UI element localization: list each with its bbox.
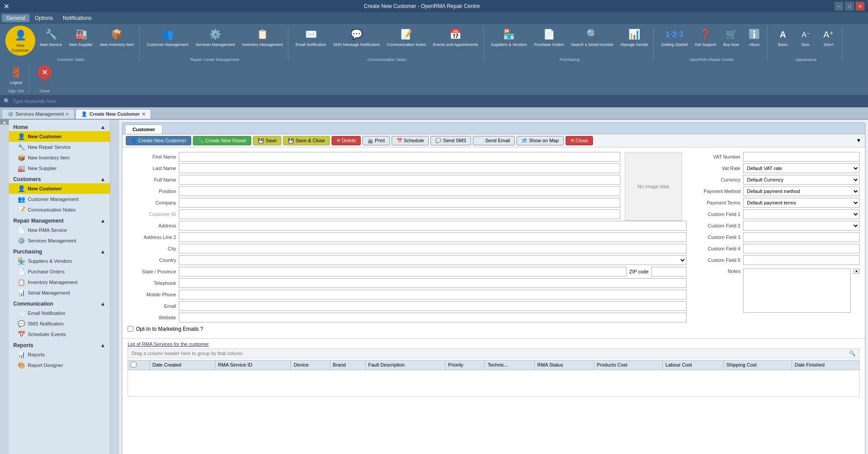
tab-services-management[interactable]: ⚙️ Services Management ✕ <box>2 109 75 119</box>
save-btn[interactable]: 💾 Save <box>253 136 281 145</box>
full-name-input[interactable] <box>179 175 620 185</box>
sidebar-item-inventory-management[interactable]: 📋 Inventory Management <box>9 277 110 288</box>
sms-notification-button[interactable]: 💬 SMS Message Notification <box>331 26 383 49</box>
new-service-button[interactable]: 🔧 New Service <box>37 26 65 49</box>
logout-button[interactable]: 🚪 Logout <box>5 64 26 87</box>
menu-options[interactable]: Options <box>30 14 57 22</box>
rma-col-checkbox[interactable] <box>128 360 150 370</box>
panel-tab-customer[interactable]: Customer <box>125 125 162 134</box>
maximize-button[interactable]: □ <box>845 2 854 11</box>
sidebar-item-new-inventory[interactable]: 📦 New Inventory Item <box>9 152 110 163</box>
window-controls[interactable]: ─ □ ✕ <box>834 2 864 11</box>
basic-button[interactable]: A Basic <box>772 26 793 49</box>
exit-button[interactable]: ✕ Exit <box>34 64 55 87</box>
schedule-btn[interactable]: 📅 Schedule <box>392 136 429 145</box>
about-button[interactable]: ℹ️ About <box>743 26 765 49</box>
sidebar-item-suppliers-vendors[interactable]: 🏪 Suppliers & Vendors <box>9 256 110 266</box>
address2-input[interactable] <box>179 232 687 242</box>
sidebar-scroll-up[interactable]: ▲ <box>0 120 9 125</box>
first-name-input[interactable] <box>179 152 620 162</box>
custom2-select[interactable] <box>743 221 860 231</box>
purchase-orders-button[interactable]: 📄 Purchase Orders <box>532 26 567 49</box>
sidebar-section-home[interactable]: Home ▲ <box>9 121 110 131</box>
rma-search-icon[interactable]: 🔍 <box>849 350 856 356</box>
send-sms-btn[interactable]: 💬 Send SMS <box>430 136 471 145</box>
sidebar-item-purchase-orders[interactable]: 📄 Purchase Orders <box>9 266 110 277</box>
services-management-tab-close[interactable]: ✕ <box>65 112 69 117</box>
menu-notifications[interactable]: Notifications <box>58 14 96 22</box>
save-close-btn[interactable]: 💾 Save & Close <box>283 136 330 145</box>
sidebar-item-customer-management[interactable]: 👥 Customer Management <box>9 194 110 204</box>
email-notification-button[interactable]: ✉️ Email Notification <box>293 26 329 49</box>
rma-col-priority[interactable]: Priority <box>445 360 484 370</box>
manage-serials-button[interactable]: 📊 Manage Serials <box>618 26 651 49</box>
notes-textarea[interactable] <box>743 269 851 313</box>
payment-method-select[interactable]: Default payment method <box>743 186 860 196</box>
close-panel-btn[interactable]: ✕ Close <box>566 136 593 145</box>
currency-select[interactable]: Default Currency <box>743 175 860 185</box>
rma-select-all[interactable] <box>131 362 136 367</box>
last-name-input[interactable] <box>179 163 620 173</box>
sidebar-section-purchasing[interactable]: Purchasing ▲ <box>9 246 110 256</box>
services-management-button[interactable]: ⚙️ Services Management <box>193 26 238 49</box>
sidebar-item-new-repair[interactable]: 🔧 New Repair Service <box>9 142 110 152</box>
sidebar-item-customers-new[interactable]: 👤 New Customer <box>9 183 110 194</box>
inventory-management-button[interactable]: 📋 Inventory Management <box>239 26 285 49</box>
rma-col-fault[interactable]: Fault Description <box>366 360 445 370</box>
sidebar-item-reports[interactable]: 📊 Reports <box>9 349 110 360</box>
print-btn[interactable]: 🖨️ Print <box>362 136 390 145</box>
get-support-button[interactable]: ❓ Get Support <box>692 26 719 49</box>
minimize-button[interactable]: ─ <box>834 2 843 11</box>
create-new-repair-btn[interactable]: 🔧 Create New Repair <box>193 136 252 145</box>
rma-col-date-finished[interactable]: Date Finished <box>792 360 859 370</box>
sidebar-item-new-rma[interactable]: 📄 New RMA Service <box>9 225 110 235</box>
zip-input[interactable] <box>651 267 687 276</box>
country-select[interactable] <box>179 255 687 265</box>
position-input[interactable] <box>179 186 620 196</box>
rma-col-products-cost[interactable]: Products Cost <box>594 360 662 370</box>
rma-col-labour-cost[interactable]: Labour Cost <box>663 360 724 370</box>
sidebar-section-communication[interactable]: Communication ▲ <box>9 298 110 308</box>
sidebar-item-email-notification[interactable]: ✉️ Email Notification <box>9 308 110 318</box>
rma-col-status[interactable]: RMA Status <box>535 360 594 370</box>
sidebar-section-reports[interactable]: Reports ▲ <box>9 340 110 349</box>
communication-notes-button[interactable]: 📝 Communication Notes <box>384 26 429 49</box>
size-plus-button[interactable]: A⁺ Size+ <box>818 26 839 49</box>
menu-general[interactable]: General <box>2 14 30 22</box>
notes-scroll-up[interactable]: ▲ <box>853 269 860 274</box>
tab-create-new-customer[interactable]: 👤 Create New Customer ✕ <box>75 109 151 119</box>
sidebar-item-services-management[interactable]: ⚙️ Services Management <box>9 235 110 246</box>
custom1-select[interactable] <box>743 209 860 219</box>
company-input[interactable] <box>179 198 620 208</box>
mobile-input[interactable] <box>179 290 687 299</box>
telephone-input[interactable] <box>179 278 687 288</box>
customer-management-button[interactable]: 👥 Customer Management <box>144 26 191 49</box>
website-input[interactable] <box>179 313 687 322</box>
vat-number-input[interactable] <box>743 152 860 162</box>
sidebar-item-new-supplier[interactable]: 🏭 New Supplier <box>9 163 110 174</box>
city-input[interactable] <box>179 244 687 253</box>
payment-terms-select[interactable]: Default payment terms <box>743 198 860 208</box>
rma-col-date-created[interactable]: Date Created <box>150 360 215 370</box>
create-customer-tab-close[interactable]: ✕ <box>142 112 145 117</box>
email-input[interactable] <box>179 301 687 311</box>
sidebar-item-comm-notes[interactable]: 📝 Communication Notes <box>9 204 110 215</box>
sidebar-item-scheduler-events[interactable]: 📅 Scheduler Events <box>9 329 110 340</box>
new-customer-button[interactable]: 👤 New Customer <box>5 26 35 56</box>
buy-now-button[interactable]: 🛒 Buy Now <box>721 26 742 49</box>
custom5-input[interactable] <box>743 255 860 265</box>
rma-col-service-id[interactable]: RMA Service ID <box>215 360 291 370</box>
new-supplier-button[interactable]: 🏭 New Supplier <box>67 26 96 49</box>
close-window-button[interactable]: ✕ <box>856 2 864 11</box>
address-input[interactable] <box>179 221 687 231</box>
vat-rate-select[interactable]: Default VAT rate <box>743 163 860 173</box>
rma-col-shipping-cost[interactable]: Shipping Cost <box>724 360 792 370</box>
send-email-btn[interactable]: ✉️ Send Email <box>473 136 515 145</box>
sidebar-item-serial-management[interactable]: 📊 Serial Management <box>9 288 110 298</box>
sidebar-item-report-designer[interactable]: 🎨 Report Designer <box>9 360 110 371</box>
new-inventory-button[interactable]: 📦 New Inventory Item <box>97 26 137 49</box>
sidebar-section-repair[interactable]: Repair Management ▲ <box>9 215 110 225</box>
rma-col-technician[interactable]: Technic... <box>485 360 535 370</box>
search-serial-button[interactable]: 🔍 Search a Serial Number <box>569 26 616 49</box>
events-appointments-button[interactable]: 📅 Events and Appointments <box>430 26 481 49</box>
